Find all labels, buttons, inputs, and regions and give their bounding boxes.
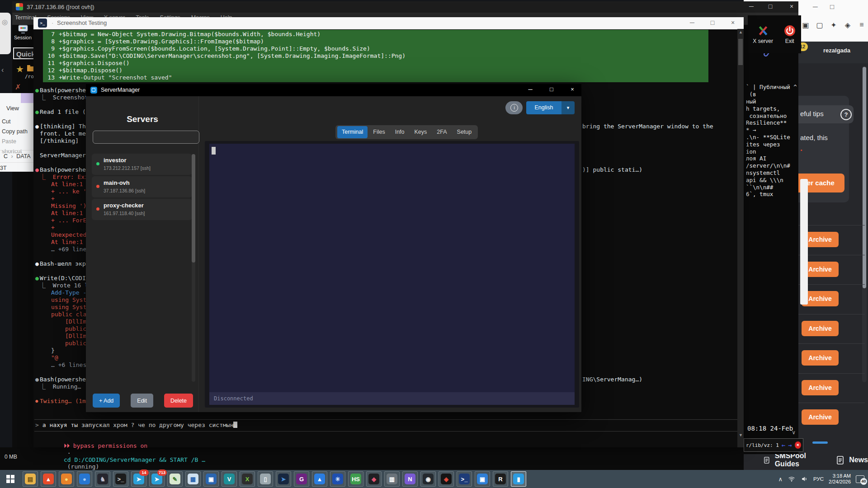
explorer-ribbon-tab[interactable]: View <box>6 105 19 112</box>
carousel-indicator[interactable] <box>812 441 828 444</box>
volume-icon[interactable] <box>801 475 808 483</box>
moba-minimize-button[interactable]: ─ <box>747 3 755 10</box>
taskbar-falcon[interactable]: ➤ <box>276 471 291 487</box>
sm-close-button[interactable]: × <box>569 86 576 93</box>
language-selected-value[interactable]: English <box>526 101 561 114</box>
extensions-icon[interactable]: ▣ <box>802 21 810 29</box>
footer-link[interactable]: SMSPool Guides <box>764 452 820 468</box>
taskbar-powershell[interactable]: >_ <box>457 471 472 487</box>
taskbar-hs[interactable]: HS <box>348 471 363 487</box>
taskbar-xserver[interactable]: X <box>240 471 255 487</box>
explorer-command[interactable]: Cut <box>2 117 33 127</box>
taskbar-calculator[interactable]: ▦ <box>185 471 201 487</box>
prompt-line[interactable]: >а нахуя ты запускал хром ? че по другом… <box>33 422 237 428</box>
favorites-star-icon[interactable]: ★ <box>16 64 24 75</box>
taskbar-game[interactable]: ♞ <box>95 471 110 487</box>
terminal-screen[interactable] <box>209 144 575 392</box>
taskbar-cmd[interactable]: >_ <box>113 471 128 487</box>
taskbar-brave[interactable]: ▲ <box>41 471 56 487</box>
find-next-arrow-icon[interactable]: → <box>788 441 792 449</box>
ps-close-button[interactable]: × <box>729 19 737 26</box>
sm-tab[interactable]: Setup <box>453 126 476 138</box>
taskbar-notepad[interactable]: ✎ <box>167 471 183 487</box>
findbar-close-icon[interactable]: × <box>795 441 801 449</box>
sidebar-scrollbar-thumb[interactable] <box>192 154 195 263</box>
server-list-item[interactable]: proxy-checker 161.97.118.40 [ssh] <box>92 199 192 220</box>
language-dropdown[interactable]: English ▾ <box>526 101 575 114</box>
taskbar-github[interactable]: ◉ <box>420 471 436 487</box>
session-button[interactable]: Session <box>12 25 33 40</box>
server-action-button[interactable]: Edit <box>131 394 153 408</box>
taskbar-design[interactable]: ◆ <box>366 471 382 487</box>
sm-tab[interactable]: Terminal <box>337 126 368 138</box>
taskbar-a-app[interactable]: ▲ <box>312 471 327 487</box>
taskbar-bug[interactable]: ✳ <box>330 471 345 487</box>
taskbar-file-explorer[interactable]: ▤ <box>23 471 38 487</box>
tray-clock[interactable]: 3:18 AM 2/24/2026 <box>829 473 851 485</box>
sm-tab[interactable]: Files <box>368 126 389 138</box>
menu-icon[interactable]: ≡ <box>858 21 866 29</box>
taskbar-telegram-1[interactable]: ➤ 14 <box>131 471 146 487</box>
sm-tab[interactable]: Info <box>391 126 409 138</box>
taskbar-phone[interactable]: ▯ <box>258 471 273 487</box>
archive-button[interactable]: Archive <box>802 380 839 395</box>
scroll-down-arrow-icon[interactable]: ▼ <box>739 433 743 437</box>
browser-maximize-button[interactable]: □ <box>830 3 834 10</box>
server-list-item[interactable]: main-ovh 37.187.136.86 [ssh] <box>92 176 192 197</box>
tools-icon[interactable]: ✗ <box>15 83 21 91</box>
permissions-mode-label[interactable]: ⏵⏵ bypass permissions on <box>64 442 147 449</box>
breadcrumb[interactable]: C › DATA 3T <box>0 150 33 163</box>
taskbar-app-window[interactable]: ▣ <box>203 471 219 487</box>
ps-maximize-button[interactable]: □ <box>708 19 717 26</box>
taskbar-notion[interactable]: N <box>402 471 418 487</box>
notification-center-icon[interactable]: 40 <box>856 475 864 483</box>
taskbar-g-app[interactable]: G <box>294 471 309 487</box>
chevron-down-icon[interactable]: ▾ <box>561 101 575 114</box>
sm-maximize-button[interactable]: □ <box>548 86 555 93</box>
profile-name[interactable]: rezalgada <box>823 47 850 54</box>
sidebar-scrollbar[interactable] <box>192 154 195 382</box>
info-button[interactable]: i <box>505 101 523 114</box>
moba-maximize-button[interactable]: □ <box>766 3 774 10</box>
archive-button[interactable]: Archive <box>802 409 839 425</box>
ps-scrollbar[interactable]: ▲ ▼ <box>737 29 744 447</box>
wifi-icon[interactable] <box>788 475 796 483</box>
sm-tab[interactable]: 2FA <box>432 126 451 138</box>
taskbar-monitor[interactable]: ▥ <box>384 471 400 487</box>
quick-connect-input[interactable]: Quick <box>13 47 35 59</box>
breadcrumb-drive[interactable]: C <box>4 153 8 160</box>
browser-minimize-button[interactable]: ─ <box>813 3 818 10</box>
server-list-item[interactable]: investor 173.212.212.157 [ssh] <box>92 154 192 175</box>
scroll-down-chevron-icon[interactable]: ∨ <box>792 429 796 436</box>
shield-icon[interactable]: ◈ <box>844 21 852 29</box>
help-icon[interactable]: ? <box>840 109 852 120</box>
find-prev-arrow-icon[interactable]: ← <box>782 441 785 449</box>
taskbar-remote[interactable]: ▣ <box>475 471 490 487</box>
taskbar-telegram-2[interactable]: ➤ 713 <box>149 471 165 487</box>
archive-button[interactable]: Archive <box>802 321 839 336</box>
taskbar-figma[interactable]: ◈ <box>439 471 454 487</box>
taskbar-firefox[interactable]: ● <box>59 471 74 487</box>
wallet-icon[interactable]: ▢ <box>816 21 824 29</box>
tray-chevron-icon[interactable]: ∧ <box>778 476 783 483</box>
server-action-button[interactable]: + Add <box>93 394 120 408</box>
back-chevron-icon[interactable]: ‹ <box>1 66 4 74</box>
start-button[interactable] <box>0 470 21 488</box>
taskbar-r-app[interactable]: R <box>493 471 508 487</box>
sm-tab[interactable]: Keys <box>410 126 432 138</box>
exit-button[interactable]: Exit <box>783 25 796 44</box>
taskbar-thunderbird[interactable]: ● <box>77 471 92 487</box>
ps-scrollbar-thumb[interactable] <box>738 39 743 65</box>
footer-link[interactable]: News <box>837 456 868 465</box>
taskbar-v-app[interactable]: V <box>222 471 237 487</box>
keyboard-language-label[interactable]: РУС <box>813 476 824 482</box>
sm-minimize-button[interactable]: ─ <box>527 86 534 93</box>
server-action-button[interactable]: Delete <box>164 394 193 408</box>
findbar-text[interactable]: r/lib/vz: 1 <box>746 442 779 448</box>
scroll-up-arrow-icon[interactable]: ▲ <box>739 30 743 34</box>
moba-close-button[interactable]: × <box>788 3 796 10</box>
server-search-input[interactable] <box>93 131 199 144</box>
prompt-input-text[interactable]: а нахуя ты запускал хром ? че по другому… <box>42 422 234 428</box>
archive-button[interactable]: Archive <box>802 350 839 366</box>
explorer-command[interactable]: Copy path <box>2 127 33 136</box>
